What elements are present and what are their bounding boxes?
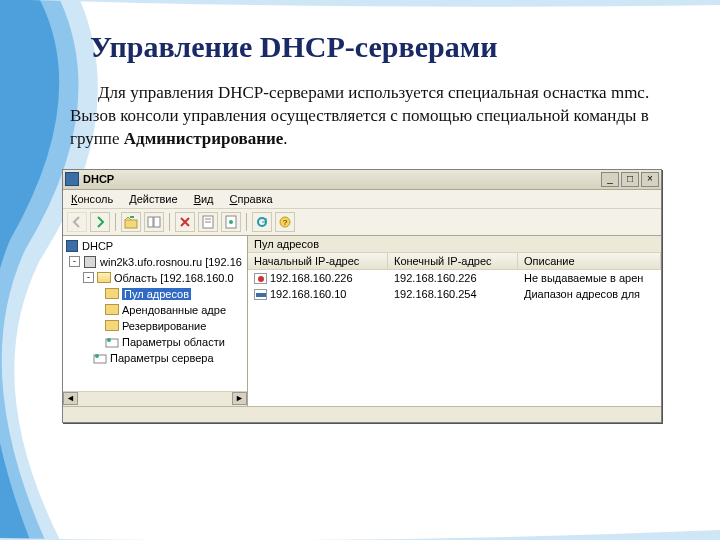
toolbar-separator (115, 213, 116, 231)
options-icon (93, 352, 107, 364)
options-icon (105, 336, 119, 348)
up-button[interactable] (121, 212, 141, 232)
toolbar-separator (169, 213, 170, 231)
svg-text:?: ? (283, 218, 288, 227)
close-button[interactable]: × (641, 172, 659, 187)
svg-point-7 (229, 220, 233, 224)
statusbar (63, 406, 661, 422)
refresh-button[interactable] (252, 212, 272, 232)
folder-icon (105, 288, 119, 299)
list-row[interactable]: 192.168.160.226 192.168.160.226 Не выдав… (248, 270, 661, 286)
scroll-left-icon[interactable]: ◄ (63, 392, 78, 405)
column-end-ip[interactable]: Конечный IP-адрес (388, 253, 518, 269)
tree-scope[interactable]: - Область [192.168.160.0 (65, 270, 247, 286)
slide-paragraph: Для управления DHCP-серверами использует… (70, 82, 680, 151)
back-button[interactable] (67, 212, 87, 232)
export-button[interactable] (221, 212, 241, 232)
tree-reservations[interactable]: Резервирование (65, 318, 247, 334)
scroll-right-icon[interactable]: ► (232, 392, 247, 405)
menubar: Консоль Действие Вид Справка (63, 190, 661, 209)
tree-server[interactable]: - win2k3.ufo.rosnou.ru [192.16 (65, 254, 247, 270)
menu-console[interactable]: Консоль (69, 192, 115, 206)
svg-rect-2 (154, 217, 160, 227)
menu-view[interactable]: Вид (192, 192, 216, 206)
column-description[interactable]: Описание (518, 253, 661, 269)
list-header: Начальный IP-адрес Конечный IP-адрес Опи… (248, 253, 661, 270)
server-icon (84, 256, 96, 268)
folder-open-icon (97, 272, 111, 283)
window-titlebar[interactable]: DHCP _ □ × (63, 170, 661, 190)
tree-server-options[interactable]: Параметры сервера (65, 350, 247, 366)
folder-icon (105, 320, 119, 331)
paragraph-text-post: . (283, 129, 287, 148)
tree-pool[interactable]: Пул адресов (65, 286, 247, 302)
properties-button[interactable] (198, 212, 218, 232)
svg-rect-1 (148, 217, 153, 227)
help-button[interactable]: ? (275, 212, 295, 232)
slide-title: Управление DHCP-серверами (90, 30, 680, 64)
column-start-ip[interactable]: Начальный IP-адрес (248, 253, 388, 269)
window-title: DHCP (83, 173, 601, 185)
tree-root[interactable]: DHCP (65, 238, 247, 254)
dhcp-icon (66, 240, 78, 252)
tree-leases[interactable]: Арендованные адре (65, 302, 247, 318)
exclusion-icon (254, 273, 267, 284)
tree-pane[interactable]: DHCP - win2k3.ufo.rosnou.ru [192.16 - Об… (63, 236, 248, 406)
scrollbar-track[interactable] (78, 392, 232, 406)
list-pane: Пул адресов Начальный IP-адрес Конечный … (248, 236, 661, 406)
maximize-button[interactable]: □ (621, 172, 639, 187)
collapse-icon[interactable]: - (69, 256, 80, 267)
folder-icon (105, 304, 119, 315)
menu-action[interactable]: Действие (127, 192, 179, 206)
svg-point-12 (107, 338, 111, 342)
list-row[interactable]: 192.168.160.10 192.168.160.254 Диапазон … (248, 286, 661, 302)
minimize-button[interactable]: _ (601, 172, 619, 187)
toolbar-separator (246, 213, 247, 231)
mmc-window: DHCP _ □ × Консоль Действие Вид Справка (62, 169, 662, 423)
show-hide-button[interactable] (144, 212, 164, 232)
collapse-icon[interactable]: - (83, 272, 94, 283)
tree-scope-options[interactable]: Параметры области (65, 334, 247, 350)
delete-button[interactable] (175, 212, 195, 232)
forward-button[interactable] (90, 212, 110, 232)
svg-point-14 (95, 354, 99, 358)
paragraph-bold: Администрирование (124, 129, 284, 148)
list-title: Пул адресов (248, 236, 661, 253)
toolbar: ? (63, 209, 661, 236)
app-icon (65, 172, 79, 186)
svg-rect-0 (125, 220, 137, 228)
range-icon (254, 289, 267, 300)
menu-help[interactable]: Справка (228, 192, 275, 206)
